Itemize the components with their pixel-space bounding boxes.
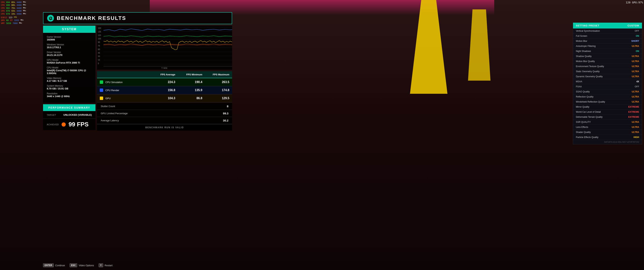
gpu-limited-value: 99.3 [223,112,228,115]
settings-row-shadowquality: Shadow Quality ULTRA [573,54,642,59]
right-panel: 150 135 120 105 90 75 60 45 30 15 0 [97,26,232,131]
cpu-sim-max: 263.5 [205,78,232,86]
settings-row-aniso: Anisotropic Filtering ULTRA [573,44,642,49]
cpu-sim-min: 190.4 [178,78,205,86]
hud-fps-display: 120 GPU:97% [626,1,643,4]
col-header-min: FPS Minimum [178,71,205,78]
settings-row-worldcar: World Car Level of Detail EXTREME [573,109,642,114]
hud-vmt-label: VMT [1,22,5,25]
gpu-limited-row: GPU Limited Percentage 99.3 [97,110,232,117]
system-panel: SYSTEM Game Version 192906 Windows Versi… [43,26,96,131]
main-panel: BENCHMARK RESULTS SYSTEM Game Version 19… [43,12,232,131]
hud-gpu-label: GPU [1,19,5,22]
settings-row-motionblur: Motion Blur SHORT [573,39,642,44]
stutter-label: Stutter Count [101,105,115,108]
video-options-button[interactable]: ESC Video Options [70,263,94,267]
system-item-cpu: CPU Model Intel(R) Core(TM) i7-5930K CPU… [47,66,92,75]
latency-label: Average Latency [101,119,119,122]
stutter-value: 8 [227,105,228,108]
cpu-render-label: CPU Render [106,89,119,92]
continue-button[interactable]: ENTER Continue [43,263,65,267]
target-label: TARGET [47,114,56,116]
system-item-vram: Video Memory 4.17 GB / 9.17 GB [47,77,92,82]
settings-row-staticgeo: Static Geometry Quality ULTRA [573,69,642,74]
hud-cpu2: CPU [1,4,5,7]
target-value: UNLOCKED (VARIABLE) [64,113,92,116]
settings-row-dynamicgeo: Dynamic Geometry Quality ULTRA [573,74,642,79]
hud-overlay: CPU 094 85% 4400 MHz CPU 088 80% 4400 MH… [1,1,26,25]
stats-table: FPS Average FPS Minimum FPS Maximum CPU … [97,71,232,102]
system-item-ram: System Memory 8.70 GB / 15.91 GB [47,85,92,90]
valid-text: BENCHMARK RUN IS VALID [97,124,232,131]
achieved-row: ACHIEVED 99 FPS [43,118,96,130]
settings-row-motionblurquality: Motion Blur Quality ULTRA [573,59,642,64]
chart-x-label: TIME [161,67,168,69]
settings-row-ssao: SSAO Quality ULTRA [573,89,642,94]
settings-hash: 3e67a87e-b1cd-42bc-9d17-e37df7467192 [573,140,642,144]
settings-row-mirror: Mirror Quality EXTREME [573,104,642,109]
system-item-game-version: Game Version 192906 [47,36,92,41]
title-bar: BENCHMARK RESULTS [43,12,232,24]
hud-top-right: 120 GPU:97% [626,1,643,4]
cpu-render-min: 135.9 [178,86,205,94]
restart-button[interactable]: Y Restart [99,263,112,267]
system-item-driver: Driver Version 24.21.14.1170 [47,51,92,56]
cpu-render-avg: 156.8 [151,86,178,94]
table-row-cpu-sim: CPU Simulation 224.3 190.4 263.5 [97,78,232,86]
settings-row-reflection: Reflection Quality ULTRA [573,94,642,99]
settings-preset-value: CUSTOM [628,24,639,27]
settings-panel: SETTING PRESET CUSTOM Vertical Synchroni… [573,23,642,144]
gpu-label: GPU [106,97,111,100]
settings-row-deformable: Deformable Terrain Quality EXTREME [573,114,642,120]
hud-d3d12-label: D3D12 [1,16,7,19]
system-item-gpu: GPU Model NVIDIA GeForce RTX 2080 Ti [47,59,92,64]
table-row-cpu-render: CPU Render 156.8 135.9 174.8 [97,86,232,94]
gpu-min: 86.8 [178,94,205,102]
settings-row-ssr: SSR QUALITY ULTRA [573,120,642,125]
cpu-sim-label: CPU Simulation [106,81,122,84]
performance-header: PERFORMANCE SUMMARY [43,104,96,111]
settings-row-fxaa: FXAA OFF [573,84,642,89]
cpu-sim-dot [100,80,103,84]
settings-preset-label: SETTING PRESET [576,24,600,27]
gear-icon [47,15,54,22]
gpu-dot [100,97,103,100]
settings-row-fullscreen: Full Screen ON [573,34,642,39]
achieved-dot [62,122,66,126]
system-item-res: Resolution 3440 x 1440 @ 60Hz [47,92,92,98]
settings-row-envtex: Environment Texture Quality ULTRA [573,64,642,69]
stats-header: FPS Average FPS Minimum FPS Maximum [97,71,232,78]
settings-row-msaa: MSAA 4X [573,79,642,84]
achieved-label: ACHIEVED [47,123,59,126]
col-header-avg: FPS Average [151,71,178,78]
target-row: TARGET UNLOCKED (VARIABLE) [43,111,96,118]
extra-stats: Stutter Count 8 GPU Limited Percentage 9… [97,103,232,131]
settings-row-nightshadows: Night Shadows ON [573,49,642,54]
settings-row-shader: Shader Quality ULTRA [573,130,642,135]
gpu-avg: 104.3 [151,94,178,102]
system-item-windows: Windows Version 10.0.17763.1 [47,43,92,49]
achieved-fps: 99 FPS [68,121,88,128]
gpu-max: 129.5 [205,94,232,102]
col-header-name [97,71,151,78]
cpu-render-dot [100,88,103,92]
hud-cpu4: CPU [1,10,5,12]
bottom-bar: ENTER Continue ESC Video Options Y Resta… [43,263,112,267]
cpu-render-max: 174.8 [205,86,232,94]
chart-svg [104,27,232,68]
system-info: Game Version 192906 Windows Version 10.0… [43,33,96,103]
settings-row-windshield: Windshield Reflection Quality ULTRA [573,99,642,104]
stutter-row: Stutter Count 8 [97,103,232,110]
settings-header: SETTING PRESET CUSTOM [573,23,642,29]
chart-area: 150 135 120 105 90 75 60 45 30 15 0 [97,26,232,70]
settings-row-vsync: Vertical Synchronisation OFF [573,29,642,34]
page-title: BENCHMARK RESULTS [57,15,126,21]
gpu-limited-label: GPU Limited Percentage [101,112,128,115]
content-area: SYSTEM Game Version 192906 Windows Versi… [43,26,232,131]
hud-cpu5: CPU [1,13,5,15]
system-header: SYSTEM [43,26,96,33]
settings-row-particle: Particle Effects Quality HIGH [573,135,642,140]
hud-cpu1: CPU [1,1,5,4]
latency-row: Average Latency 30.2 [97,117,232,124]
settings-row-lens: Lens Effects ULTRA [573,125,642,130]
